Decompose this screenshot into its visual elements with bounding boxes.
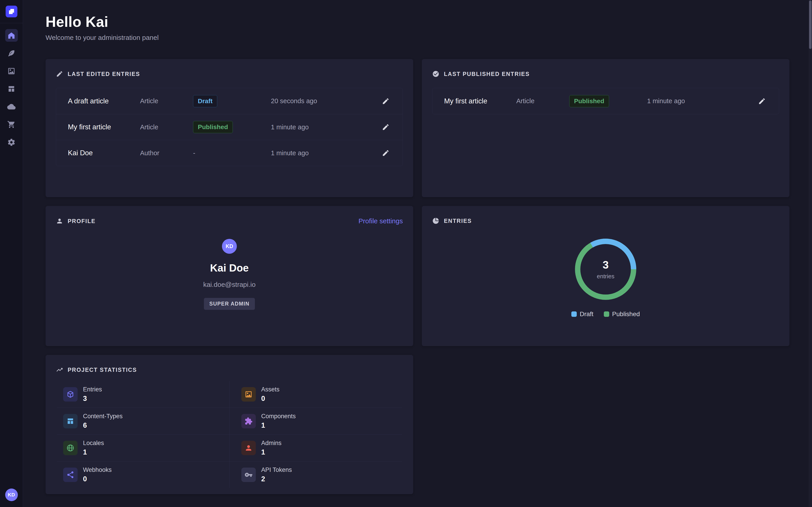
table-row[interactable]: My first article Article Published 1 min… — [56, 114, 403, 140]
person-icon — [56, 217, 63, 225]
legend-label: Draft — [580, 311, 594, 318]
strapi-logo[interactable] — [6, 6, 17, 17]
published-swatch — [604, 312, 609, 317]
status-badge: Published — [193, 121, 233, 133]
legend-label: Published — [612, 311, 640, 318]
edit-entry-button[interactable] — [757, 96, 767, 106]
entries-donut-chart: 3 entries — [573, 237, 638, 301]
legend-item-draft: Draft — [571, 311, 594, 318]
widgets-grid: LAST EDITED ENTRIES A draft article Arti… — [46, 59, 790, 494]
entry-updated-time: 1 minute ago — [271, 123, 380, 131]
sidebar-item-settings[interactable] — [5, 136, 18, 149]
stat-label: Admins — [261, 440, 282, 447]
stats-grid: Entries 3 Assets 0 — [56, 381, 403, 488]
scrollbar-thumb[interactable] — [809, 0, 812, 49]
entries-table: A draft article Article Draft 20 seconds… — [56, 88, 403, 166]
stat-item-entries: Entries 3 — [57, 381, 230, 408]
card-title: ENTRIES — [444, 218, 472, 224]
entry-name: A draft article — [68, 97, 140, 105]
entry-updated-time: 20 seconds ago — [271, 97, 380, 105]
legend-item-published: Published — [604, 311, 640, 318]
entry-updated-time: 1 minute ago — [647, 97, 757, 105]
card-header: LAST EDITED ENTRIES — [56, 70, 403, 77]
edit-entry-button[interactable] — [380, 122, 391, 132]
edit-entry-button[interactable] — [380, 148, 391, 158]
page-title: Hello Kai — [46, 13, 790, 30]
globe-icon — [63, 441, 78, 455]
entry-name: My first article — [444, 97, 516, 105]
stat-label: Entries — [83, 386, 102, 393]
stat-label: Components — [261, 413, 296, 420]
content-manager-pen-icon — [7, 49, 15, 57]
chart-legend: Draft Published — [571, 311, 640, 318]
stat-label: Locales — [83, 440, 104, 447]
strapi-logo-icon — [8, 8, 15, 15]
entries-table: My first article Article Published 1 min… — [432, 88, 779, 114]
entry-type: Article — [516, 97, 569, 105]
entry-type: Article — [140, 97, 193, 105]
sidebar-item-home[interactable] — [5, 29, 18, 42]
stat-item-content-types: Content-Types 6 — [57, 408, 230, 435]
user-icon — [241, 441, 256, 455]
card-title: PROJECT STATISTICS — [68, 367, 137, 373]
layout-icon — [63, 414, 78, 428]
sidebar-item-deploy[interactable] — [5, 100, 18, 113]
profile-body: KD Kai Doe kai.doe@strapi.io SUPER ADMIN — [56, 225, 403, 310]
last-edited-entries-card: LAST EDITED ENTRIES A draft article Arti… — [46, 59, 413, 197]
card-title: LAST PUBLISHED ENTRIES — [444, 71, 529, 77]
entry-type: Article — [140, 123, 193, 131]
sidebar-item-content-manager[interactable] — [5, 47, 18, 59]
pencil-icon — [382, 123, 390, 131]
stat-value: 1 — [261, 448, 282, 456]
card-header: LAST PUBLISHED ENTRIES — [432, 70, 779, 77]
card-title: PROFILE — [68, 218, 96, 224]
table-row[interactable]: Kai Doe Author - 1 minute ago — [56, 140, 403, 166]
project-statistics-card: PROJECT STATISTICS Entries 3 — [46, 355, 413, 494]
user-avatar[interactable]: KD — [5, 489, 18, 501]
pie-chart-icon — [432, 217, 439, 224]
pencil-icon — [56, 70, 63, 77]
check-circle-icon — [432, 70, 439, 77]
entries-body: 3 entries Draft Published — [432, 224, 779, 318]
stat-item-api-tokens: API Tokens 2 — [230, 461, 402, 488]
stat-value: 6 — [83, 421, 123, 430]
card-header: ENTRIES — [432, 217, 779, 224]
table-row[interactable]: A draft article Article Draft 20 seconds… — [56, 88, 403, 114]
sidebar-item-content-type-builder[interactable] — [5, 82, 18, 95]
cloud-icon — [7, 103, 15, 111]
status-badge: Draft — [193, 95, 217, 107]
sidebar-item-marketplace[interactable] — [5, 118, 18, 131]
profile-email: kai.doe@strapi.io — [203, 281, 256, 288]
entries-card: ENTRIES 3 entries — [422, 206, 790, 346]
sidebar-nav — [5, 29, 18, 149]
profile-settings-link[interactable]: Profile settings — [358, 217, 403, 225]
entries-count: 3 — [603, 259, 609, 271]
scrollbar[interactable] — [809, 0, 812, 507]
card-title: LAST EDITED ENTRIES — [68, 71, 140, 77]
main-content: Hello Kai Welcome to your administration… — [23, 0, 812, 507]
webhook-icon — [63, 467, 78, 482]
profile-name: Kai Doe — [210, 262, 249, 274]
stat-value: 2 — [261, 475, 292, 483]
table-row[interactable]: My first article Article Published 1 min… — [433, 88, 779, 114]
stat-value: 3 — [83, 395, 102, 403]
trending-up-icon — [56, 366, 63, 374]
card-header: PROFILE Profile settings — [56, 217, 403, 225]
profile-card: PROFILE Profile settings KD Kai Doe kai.… — [46, 206, 413, 346]
stat-label: Webhooks — [83, 466, 112, 473]
stat-item-components: Components 1 — [230, 408, 402, 435]
entry-type: Author — [140, 150, 193, 157]
sidebar-item-media-library[interactable] — [5, 65, 18, 77]
media-library-icon — [7, 67, 15, 75]
stat-value: 0 — [261, 395, 280, 403]
card-header: PROJECT STATISTICS — [56, 366, 403, 374]
role-badge: SUPER ADMIN — [204, 298, 255, 310]
stat-item-locales: Locales 1 — [57, 435, 230, 461]
draft-swatch — [571, 312, 577, 317]
entry-name: My first article — [68, 123, 140, 131]
stat-item-admins: Admins 1 — [230, 435, 402, 461]
entries-count-label: entries — [597, 273, 614, 280]
puzzle-icon — [241, 414, 256, 428]
edit-entry-button[interactable] — [380, 96, 391, 106]
entry-updated-time: 1 minute ago — [271, 150, 380, 157]
